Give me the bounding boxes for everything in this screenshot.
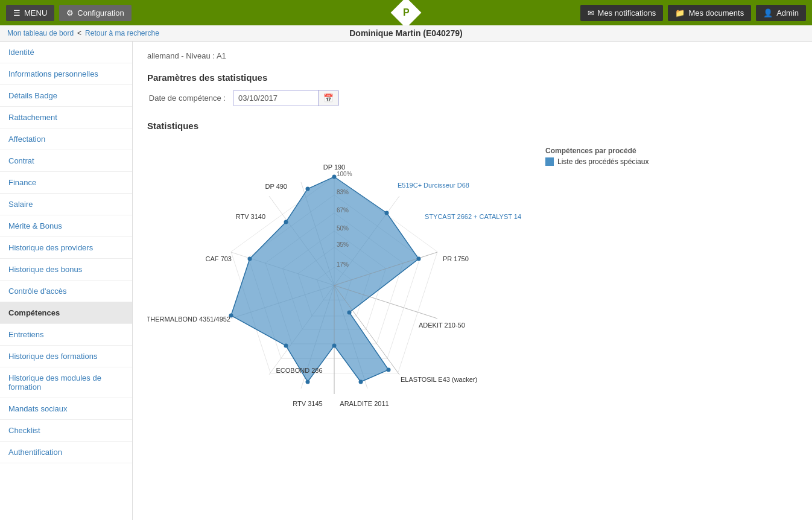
gear-icon: ⚙	[66, 8, 74, 17]
logo-diamond: P	[391, 0, 422, 28]
documents-button[interactable]: 📁 Mes documents	[668, 5, 751, 21]
notifications-button[interactable]: ✉ Mes notifications	[580, 5, 664, 21]
sidebar-item[interactable]: Affectation	[0, 128, 132, 150]
label-thermalbond: THERMALBOND 4351/4952	[147, 315, 230, 323]
menu-button[interactable]: ☰ MENU	[6, 5, 54, 21]
radar-chart: 100% 83% 67% 50% 35% 17% DP 190 DP 490	[147, 141, 533, 418]
svg-point-29	[359, 380, 363, 384]
legend-title: Compétences par procédé	[545, 147, 649, 155]
svg-point-25	[385, 211, 389, 215]
radar-svg: 100% 83% 67% 50% 35% 17% DP 190 DP 490	[147, 141, 521, 418]
sidebar-item[interactable]: Mérite & Bonus	[0, 215, 132, 237]
legend-color	[545, 157, 554, 166]
menu-icon: ☰	[13, 8, 21, 17]
label-pr1750: PR 1750	[443, 255, 469, 262]
svg-text:67%: 67%	[337, 207, 349, 214]
config-button[interactable]: ⚙ Configuration	[59, 5, 131, 21]
svg-marker-19	[231, 177, 419, 382]
main-layout: IdentitéInformations personnellesDétails…	[0, 42, 812, 520]
label-araldite: ARALDITE 2011	[340, 400, 389, 407]
label-stycast: STYCAST 2662 + CATALYST 14 ou 17	[425, 213, 521, 220]
logo-text: P	[403, 7, 410, 18]
svg-point-24	[332, 175, 337, 179]
sidebar-item[interactable]: Historique des modules de formation	[0, 367, 132, 398]
label-dp190: DP 190	[323, 163, 346, 171]
date-input[interactable]	[233, 90, 318, 106]
svg-point-35	[284, 220, 288, 224]
folder-icon: 📁	[675, 8, 685, 17]
top-navigation: ☰ MENU ⚙ Configuration P ✉ Mes notificat…	[0, 0, 812, 25]
stats-section: Statistiques	[147, 121, 798, 418]
svg-point-34	[248, 257, 252, 261]
svg-text:83%: 83%	[337, 189, 349, 195]
logo: P	[395, 2, 417, 24]
svg-text:100%: 100%	[337, 171, 352, 177]
sidebar-item[interactable]: Informations personnelles	[0, 63, 132, 85]
params-title: Paramètres des statistiques	[147, 72, 798, 83]
sidebar-item[interactable]: Contrôle d'accès	[0, 281, 132, 302]
svg-point-28	[387, 368, 391, 372]
date-label: Date de compétence :	[147, 94, 226, 103]
label-rtv3145: RTV 3145	[293, 400, 322, 407]
svg-text:50%: 50%	[337, 225, 349, 232]
calendar-button[interactable]: 📅	[318, 90, 338, 106]
mail-icon: ✉	[588, 8, 594, 17]
language-info: allemand - Niveau : A1	[147, 51, 798, 60]
svg-point-27	[347, 311, 352, 315]
legend-item: Liste des procédés spéciaux	[545, 157, 649, 166]
right-buttons: ✉ Mes notifications 📁 Mes documents 👤 Ad…	[580, 5, 806, 21]
sidebar-item[interactable]: Finance	[0, 172, 132, 194]
sidebar: IdentitéInformations personnellesDétails…	[0, 42, 133, 520]
label-ecobond: ECOBOND 286	[276, 367, 322, 374]
sidebar-item[interactable]: Détails Badge	[0, 85, 132, 107]
user-icon: 👤	[763, 8, 773, 17]
date-input-wrapper: 📅	[233, 90, 339, 106]
label-rtv3140: RTV 3140	[236, 213, 265, 220]
svg-point-32	[284, 344, 288, 348]
admin-button[interactable]: 👤 Admin	[756, 5, 806, 21]
notif-label: Mes notifications	[598, 8, 656, 17]
admin-label: Admin	[776, 8, 799, 17]
sidebar-item[interactable]: Historique des bonus	[0, 259, 132, 281]
breadcrumb: Mon tableau de bord < Retour à ma recher…	[0, 25, 812, 42]
label-elastosil: ELASTOSIL E43 (wacker)	[401, 376, 477, 383]
sidebar-item[interactable]: Identité	[0, 42, 132, 63]
sidebar-item[interactable]: Historique des providers	[0, 237, 132, 259]
radar-container: 100% 83% 67% 50% 35% 17% DP 190 DP 490	[147, 141, 798, 418]
svg-point-26	[417, 257, 421, 261]
svg-text:35%: 35%	[337, 241, 349, 248]
svg-point-31	[306, 380, 310, 384]
sidebar-item[interactable]: Historique des formations	[0, 346, 132, 367]
date-row: Date de compétence : 📅	[147, 90, 798, 106]
label-dp490: DP 490	[265, 183, 288, 190]
svg-point-30	[332, 344, 337, 348]
left-buttons: ☰ MENU ⚙ Configuration	[6, 5, 132, 21]
stats-title: Statistiques	[147, 121, 798, 131]
legend-text: Liste des procédés spéciaux	[557, 157, 649, 166]
svg-point-36	[306, 187, 310, 191]
breadcrumb-back[interactable]: Retour à ma recherche	[85, 29, 159, 37]
params-section: Paramètres des statistiques Date de comp…	[147, 72, 798, 106]
sidebar-item[interactable]: Salaire	[0, 194, 132, 215]
label-caf703: CAF 703	[206, 255, 232, 262]
label-adekit: ADEKIT 210-50	[419, 322, 465, 329]
sidebar-item[interactable]: Entretiens	[0, 324, 132, 346]
page-title: Dominique Martin (E040279)	[349, 28, 463, 38]
menu-label: MENU	[24, 8, 47, 17]
config-label: Configuration	[77, 8, 124, 17]
svg-text:17%: 17%	[337, 261, 349, 268]
sidebar-item[interactable]: Mandats sociaux	[0, 398, 132, 420]
breadcrumb-sep1: <	[77, 29, 81, 37]
content-area: allemand - Niveau : A1 Paramètres des st…	[133, 42, 812, 520]
sidebar-item[interactable]: Authentification	[0, 442, 132, 463]
docs-label: Mes documents	[688, 8, 744, 17]
sidebar-item[interactable]: Rattachement	[0, 107, 132, 128]
label-e519c: E519C+ Durcisseur D68	[398, 182, 469, 189]
sidebar-item[interactable]: Compétences	[0, 302, 132, 324]
sidebar-item[interactable]: Checklist	[0, 420, 132, 442]
breadcrumb-home[interactable]: Mon tableau de bord	[7, 29, 74, 37]
sidebar-item[interactable]: Contrat	[0, 150, 132, 172]
radar-legend: Compétences par procédé Liste des procéd…	[545, 147, 649, 166]
